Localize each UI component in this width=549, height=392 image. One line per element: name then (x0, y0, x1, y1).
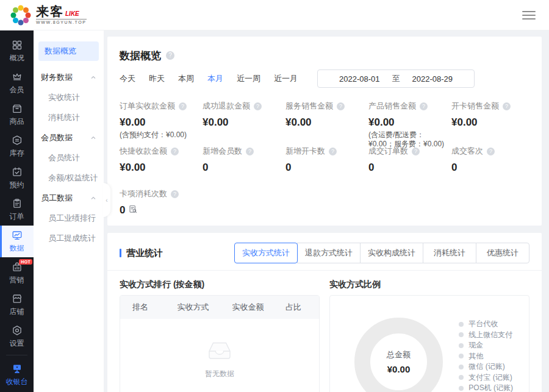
col-rank: 排名 (129, 302, 167, 313)
overview-card: 数据概览 ? 今天 昨天 本周 本月 近一周 近一月 2022-08-01 至 … (107, 37, 542, 226)
stat-product-sales: 产品销售金额? ¥0.00 (含运费/配送费：¥0.00；服务费：¥0.00) (368, 101, 447, 146)
help-icon[interactable]: ? (171, 190, 179, 198)
sidebar-item-shop[interactable]: 店铺 (0, 289, 34, 321)
sidebar-item-products[interactable]: 商品 (0, 99, 34, 130)
col-method: 实收方式 (167, 302, 220, 313)
chart-legend: 平台代收 线上微信支付 现金 其他 微信 (记账) 支付宝 (记账) POS机 … (459, 319, 513, 392)
date-start[interactable]: 2022-08-01 (339, 74, 380, 84)
tab-refund-method[interactable]: 退款方式统计 (297, 243, 361, 263)
secondary-sidebar: 数据概览 财务数据 实收统计 消耗统计 会员数据 会员统计 余额/权益统计 员工… (34, 30, 104, 392)
sidebar-item-inventory[interactable]: 库存 (0, 130, 34, 162)
section-title: 营业统计 (120, 248, 163, 259)
help-icon[interactable]: ? (166, 51, 174, 60)
clipboard-icon (12, 198, 23, 209)
submenu-item-income-stats[interactable]: 实收统计 (34, 87, 104, 107)
section-divider (107, 270, 542, 271)
sidebar-collapse-handle[interactable]: ‹ (103, 183, 110, 217)
legend-item[interactable]: 现金 (459, 340, 513, 351)
tab-income-composition[interactable]: 实收构成统计 (360, 243, 423, 263)
stat-service-sales: 服务销售金额? ¥0.00 (285, 101, 364, 146)
filter-last-30-days[interactable]: 近一月 (274, 73, 298, 84)
submenu-item-consume-stats[interactable]: 消耗统计 (34, 107, 104, 127)
filter-this-week[interactable]: 本周 (178, 73, 194, 84)
app-logo: 来客 LIKE WWW.8GYUN.TOP (10, 4, 87, 26)
help-icon[interactable]: ? (171, 148, 179, 155)
help-icon[interactable]: ? (487, 148, 495, 155)
filter-this-month[interactable]: 本月 (207, 73, 223, 84)
stats-grid: 订单实收款金额? ¥0.00 (含预约支付：¥0.00) 成功退款金额? ¥0.… (120, 101, 529, 223)
help-icon[interactable]: ? (420, 102, 428, 110)
view-records-icon[interactable] (129, 204, 137, 216)
monitor-chart-icon (12, 230, 23, 241)
legend-item[interactable]: 微信 (记账) (459, 362, 513, 372)
sidebar-item-members[interactable]: 会员 (0, 67, 34, 99)
tab-income-method[interactable]: 实收方式统计 (234, 243, 298, 263)
sidebar-item-overview[interactable]: 概况 (0, 35, 34, 67)
legend-item[interactable]: POS机 (记账) (459, 383, 513, 392)
legend-item[interactable]: 支付宝 (记账) (459, 372, 513, 383)
cash-register-icon (12, 363, 23, 374)
stat-refund: 成功退款金额? ¥0.00 (203, 101, 281, 146)
sidebar-item-cashier[interactable]: 收银台 (0, 358, 34, 392)
help-icon[interactable]: ? (503, 102, 511, 110)
legend-item[interactable]: 线上微信支付 (459, 330, 513, 341)
chevron-up-icon (90, 195, 96, 201)
submenu-item-member-stats[interactable]: 会员统计 (34, 148, 104, 168)
submenu-item-staff-rank[interactable]: 员工业绩排行 (34, 208, 104, 228)
submenu-group-members[interactable]: 会员数据 (34, 127, 104, 148)
submenu-group-finance[interactable]: 财务数据 (34, 67, 104, 87)
stat-new-members: 新增会员数? 0 (203, 146, 281, 189)
brand-suffix: LIKE (65, 10, 79, 18)
date-separator: 至 (392, 73, 400, 84)
col-ratio: 占比 (276, 302, 310, 313)
chevron-up-icon (90, 74, 96, 80)
donut-center-label: 总金额 (387, 349, 411, 360)
tab-consume-stats[interactable]: 消耗统计 (423, 243, 476, 263)
help-icon[interactable]: ? (337, 102, 345, 110)
sidebar-item-data[interactable]: 数据 (0, 226, 34, 257)
main-content: 数据概览 ? 今天 昨天 本周 本月 近一周 近一月 2022-08-01 至 … (104, 30, 549, 392)
submenu-item-data-overview[interactable]: 数据概览 (38, 41, 99, 61)
stat-customer-visits: 成交客次? 0 (451, 146, 529, 189)
storefront-icon (12, 293, 23, 304)
empty-text: 暂无数据 (205, 369, 234, 379)
help-icon[interactable]: ? (246, 148, 254, 155)
stat-new-cards: 新增开卡数? 0 (285, 146, 364, 189)
tab-discount-stats[interactable]: 优惠统计 (476, 243, 529, 263)
sidebar-item-marketing[interactable]: HOT 营销 (0, 257, 34, 289)
submenu-group-staff[interactable]: 员工数据 (34, 188, 104, 208)
hamburger-menu-icon[interactable] (522, 9, 536, 22)
stat-card-sales: 开卡销售金额? ¥0.00 (451, 101, 529, 146)
business-stats-card: 营业统计 实收方式统计 退款方式统计 实收构成统计 消耗统计 优惠统计 实收方式… (107, 233, 542, 392)
legend-item[interactable]: 平台代收 (459, 319, 513, 330)
legend-dot-icon (459, 332, 464, 337)
crown-icon (12, 71, 23, 82)
filter-yesterday[interactable]: 昨天 (149, 73, 165, 84)
legend-item[interactable]: 其他 (459, 351, 513, 362)
gear-icon (12, 325, 23, 336)
chevron-left-icon: ‹ (106, 197, 107, 204)
date-end[interactable]: 2022-08-29 (412, 74, 453, 84)
filter-today[interactable]: 今天 (120, 73, 135, 84)
help-icon[interactable]: ? (329, 148, 337, 155)
income-ratio-panel: 实收方式比例 总金额 ¥0.00 平台代收 线上微信支付 现金 (329, 279, 529, 392)
help-icon[interactable]: ? (254, 102, 262, 110)
brand-name: 来客 (36, 5, 64, 18)
filter-last-7-days[interactable]: 近一周 (237, 73, 260, 84)
sidebar-item-orders[interactable]: 订单 (0, 194, 34, 226)
help-icon[interactable]: ? (412, 148, 420, 155)
sidebar-divider (6, 355, 27, 355)
submenu-item-balance-stats[interactable]: 余额/权益统计 (34, 168, 104, 188)
stat-type-tabs: 实收方式统计 退款方式统计 实收构成统计 消耗统计 优惠统计 (234, 243, 529, 263)
sidebar-item-booking[interactable]: 预约 (0, 162, 34, 194)
warehouse-icon (12, 135, 23, 146)
submenu-item-staff-commission[interactable]: 员工提成统计 (34, 228, 104, 248)
grid-icon (12, 40, 23, 51)
help-icon[interactable]: ? (179, 102, 187, 110)
sidebar-item-settings[interactable]: 设置 (0, 321, 34, 352)
top-header: 来客 LIKE WWW.8GYUN.TOP (0, 0, 549, 30)
date-range-picker[interactable]: 2022-08-01 至 2022-08-29 (317, 69, 475, 88)
stat-quick-payment: 快捷收款金额? ¥0.00 (120, 146, 198, 189)
legend-dot-icon (459, 322, 464, 327)
empty-state: 暂无数据 (120, 338, 319, 379)
